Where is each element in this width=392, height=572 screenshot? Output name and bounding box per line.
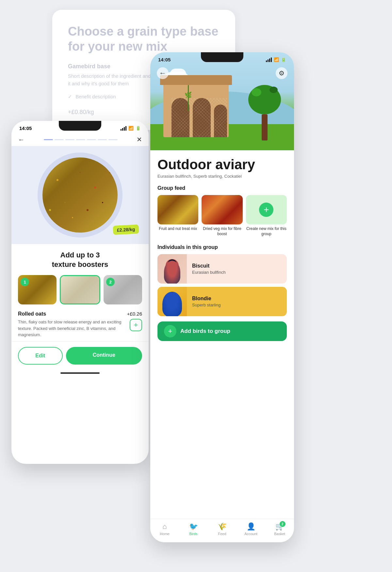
nav-account[interactable]: 👤 Account xyxy=(237,522,265,536)
basket-badge: 2 xyxy=(280,521,286,527)
aviary-vine xyxy=(188,85,189,111)
progress-bar xyxy=(44,139,118,140)
svg-point-4 xyxy=(173,262,175,263)
individuals-section: Individuals in this group Biscuit xyxy=(157,244,287,316)
tree xyxy=(248,95,281,140)
birds-nav-label: Birds xyxy=(189,532,197,536)
nav-basket[interactable]: 🛒 2 Basket xyxy=(265,522,294,536)
feed-label-1: Fruit and nut treat mix xyxy=(159,226,197,232)
blondie-species: Superb starling xyxy=(192,302,220,307)
feed-card-2[interactable]: Dried veg mix for fibre boost xyxy=(202,195,242,237)
progress-dot-7 xyxy=(108,139,118,140)
phone-nav: ← ✕ xyxy=(11,131,149,146)
progress-dot-5 xyxy=(87,139,96,140)
continue-button[interactable]: Continue xyxy=(66,347,142,365)
svg-point-2 xyxy=(168,259,177,269)
svg-point-6 xyxy=(163,298,181,316)
biscuit-info: Biscuit Eurasian bullfinch xyxy=(187,263,231,275)
svg-point-9 xyxy=(172,294,175,296)
new-feed-plus-icon: + xyxy=(259,203,273,217)
right-status-time: 14:05 xyxy=(158,57,171,62)
bird-card-biscuit[interactable]: Biscuit Eurasian bullfinch xyxy=(157,254,287,284)
aviary-body xyxy=(163,82,229,137)
account-nav-icon: 👤 xyxy=(247,522,255,531)
booster-item-1[interactable]: 1 xyxy=(18,275,57,304)
status-icons: 📶 🔋 xyxy=(121,126,141,131)
edit-button[interactable]: Edit xyxy=(18,347,63,365)
biscuit-name: Biscuit xyxy=(192,263,226,269)
svg-point-7 xyxy=(166,292,179,305)
nav-home[interactable]: ⌂ Home xyxy=(150,522,179,536)
aviary-back-button[interactable]: ← xyxy=(157,67,169,79)
svg-point-0 xyxy=(164,266,180,284)
blondie-avatar xyxy=(157,287,187,316)
ingredient-price: +£0.26 xyxy=(127,311,142,317)
progress-dot-3 xyxy=(65,139,74,140)
progress-dot-2 xyxy=(55,139,64,140)
right-battery-icon: 🔋 xyxy=(281,57,286,62)
ingredient-add-button[interactable]: + xyxy=(130,319,142,331)
account-nav-label: Account xyxy=(244,532,257,536)
bird-card-blondie[interactable]: Blondie Superb starling xyxy=(157,287,287,316)
svg-marker-5 xyxy=(168,262,171,264)
add-birds-button[interactable]: + Add birds to group xyxy=(157,321,287,341)
boosters-row: 1 2 xyxy=(18,275,142,304)
bullfinch-svg xyxy=(157,254,187,284)
feed-label-2: Dried veg mix for fibre boost xyxy=(202,226,242,237)
booster-badge-3: 2 xyxy=(106,278,115,286)
basket-icon-wrap: 🛒 2 xyxy=(275,522,284,531)
settings-icon[interactable]: ⚙ xyxy=(276,67,287,79)
svg-point-1 xyxy=(166,259,179,272)
booster-image-2 xyxy=(61,276,99,303)
group-feed-section: Group feed Fruit and nut treat mix Dried… xyxy=(157,185,287,237)
right-wifi-icon: 📶 xyxy=(274,57,279,62)
aviary-content: Outdoor aviary Eurasian bullfinch, Super… xyxy=(150,150,294,519)
bottom-navigation: ⌂ Home 🐦 Birds 🌾 Feed 👤 Account 🛒 2 Bask… xyxy=(150,519,294,542)
left-phone: 14:05 📶 🔋 ← ✕ £2.28/kg xyxy=(11,121,149,464)
aviary-illustration: ← ⚙ xyxy=(150,52,294,150)
check-icon: ✓ xyxy=(68,94,72,99)
svg-point-8 xyxy=(168,292,177,301)
feed-grid: Fruit and nut treat mix Dried veg mix fo… xyxy=(157,195,287,237)
individuals-title: Individuals in this group xyxy=(157,244,287,250)
boosters-title: Add up to 3texture boosters xyxy=(18,251,142,269)
close-button[interactable]: ✕ xyxy=(137,136,142,143)
booster-badge-1: 1 xyxy=(21,278,29,286)
aviary-birds-list: Eurasian bullfinch, Superb starling, Coc… xyxy=(157,174,287,179)
svg-marker-11 xyxy=(168,295,171,297)
bottom-buttons: Edit Continue xyxy=(11,342,149,372)
feed-plate xyxy=(38,153,122,237)
ingredient-detail: Rolled oats +£0.26 Thin, flaky oats for … xyxy=(11,311,149,342)
right-signal-icon xyxy=(266,57,272,62)
ingredient-name: Rolled oats xyxy=(18,311,46,317)
feed-nav-label: Feed xyxy=(218,532,226,536)
wifi-icon: 📶 xyxy=(128,126,134,131)
group-feed-title: Group feed xyxy=(157,185,287,191)
nav-feed[interactable]: 🌾 Feed xyxy=(208,522,237,536)
biscuit-species: Eurasian bullfinch xyxy=(192,270,226,275)
feed-image-new: + xyxy=(246,195,287,224)
boosters-section: Add up to 3texture boosters 1 2 xyxy=(11,244,149,304)
tree-trunk xyxy=(262,114,268,140)
back-button[interactable]: ← xyxy=(18,136,24,143)
right-phone: 14:05 📶 🔋 ← ⚙ xyxy=(150,52,294,542)
home-nav-label: Home xyxy=(160,532,169,536)
feed-card-new[interactable]: + Create new mix for this group xyxy=(246,195,287,237)
feed-image-1 xyxy=(157,195,198,224)
aviary-mesh xyxy=(172,98,227,137)
add-birds-label: Add birds to group xyxy=(180,328,230,335)
svg-point-12 xyxy=(167,302,177,310)
booster-item-3[interactable]: 2 xyxy=(104,275,142,304)
add-birds-plus-icon: + xyxy=(164,325,176,337)
signal-icon xyxy=(121,126,126,131)
blondie-name: Blondie xyxy=(192,296,220,302)
nav-birds[interactable]: 🐦 Birds xyxy=(179,522,208,536)
home-indicator xyxy=(60,372,100,374)
aviary-title: Outdoor aviary xyxy=(157,157,287,172)
booster-item-2[interactable] xyxy=(60,275,100,304)
feed-image xyxy=(42,157,118,233)
feed-card-1[interactable]: Fruit and nut treat mix xyxy=(157,195,198,237)
svg-point-3 xyxy=(172,262,175,264)
home-nav-icon: ⌂ xyxy=(162,522,167,531)
phone-notch-right xyxy=(201,52,243,62)
